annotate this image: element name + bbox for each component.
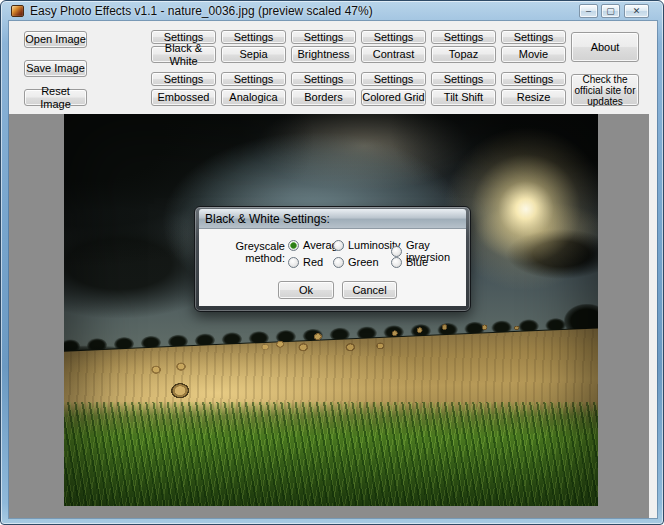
settings-button-sepia[interactable]: Settings	[221, 30, 286, 44]
effect-button-tilt-shift[interactable]: Tilt Shift	[431, 89, 496, 106]
greyscale-method-label: Greyscale method:	[207, 240, 285, 264]
window-title: Easy Photo Effects v1.1 - nature_0036.jp…	[30, 4, 373, 18]
radio-icon[interactable]	[333, 257, 344, 268]
radio-label: Blue	[406, 256, 428, 268]
about-button[interactable]: About	[571, 32, 639, 62]
effect-button-movie[interactable]: Movie	[501, 46, 566, 63]
effect-button-topaz[interactable]: Topaz	[431, 46, 496, 63]
app-window: Easy Photo Effects v1.1 - nature_0036.jp…	[0, 0, 664, 525]
effect-button-brightness[interactable]: Brightness	[291, 46, 356, 63]
close-icon[interactable]: ✕	[624, 4, 649, 18]
radio-green[interactable]: Green	[333, 256, 379, 268]
effect-button-embossed[interactable]: Embossed	[151, 89, 216, 106]
radio-icon[interactable]	[391, 246, 402, 257]
effect-button-contrast[interactable]: Contrast	[361, 46, 426, 63]
radio-icon[interactable]	[288, 257, 299, 268]
settings-button-contrast[interactable]: Settings	[361, 30, 426, 44]
effect-button-colored-grid[interactable]: Colored Grid	[361, 89, 426, 106]
save-image-button[interactable]: Save Image	[24, 60, 87, 77]
preview-panel	[9, 114, 649, 518]
settings-button-resize[interactable]: Settings	[501, 72, 566, 86]
dialog-title[interactable]: Black & White Settings:	[199, 209, 466, 229]
reset-image-button[interactable]: Reset Image	[24, 89, 87, 106]
radio-icon[interactable]	[333, 240, 344, 251]
app-icon	[11, 5, 24, 17]
radio-blue[interactable]: Blue	[391, 256, 428, 268]
settings-button-borders[interactable]: Settings	[291, 72, 356, 86]
effect-button-analogica[interactable]: Analogica	[221, 89, 286, 106]
settings-button-colored-grid[interactable]: Settings	[361, 72, 426, 86]
effect-button-sepia[interactable]: Sepia	[221, 46, 286, 63]
settings-button-movie[interactable]: Settings	[501, 30, 566, 44]
settings-button-analogica[interactable]: Settings	[221, 72, 286, 86]
check-updates-button[interactable]: Check the official site for updates	[571, 74, 639, 106]
radio-red[interactable]: Red	[288, 256, 323, 268]
ok-button[interactable]: Ok	[278, 281, 334, 299]
title-bar[interactable]: Easy Photo Effects v1.1 - nature_0036.jp…	[1, 1, 663, 21]
radio-label: Green	[348, 256, 379, 268]
effect-button-borders[interactable]: Borders	[291, 89, 356, 106]
settings-button-brightness[interactable]: Settings	[291, 30, 356, 44]
radio-icon[interactable]	[288, 240, 299, 251]
radio-label: Red	[303, 256, 323, 268]
settings-button-embossed[interactable]: Settings	[151, 72, 216, 86]
maximize-icon[interactable]: ▢	[601, 4, 620, 18]
radio-icon[interactable]	[391, 257, 402, 268]
minimize-icon[interactable]: –	[579, 4, 598, 18]
effect-button-black-white[interactable]: Black & White	[151, 46, 216, 63]
black-white-settings-dialog: Black & White Settings: Greyscale method…	[194, 206, 471, 312]
settings-button-topaz[interactable]: Settings	[431, 30, 496, 44]
open-image-button[interactable]: Open Image	[24, 31, 87, 48]
settings-button-tilt-shift[interactable]: Settings	[431, 72, 496, 86]
dialog-content: Greyscale method: Average Luminosity Gra…	[199, 229, 466, 306]
cancel-button[interactable]: Cancel	[342, 281, 397, 299]
effect-button-resize[interactable]: Resize	[501, 89, 566, 106]
